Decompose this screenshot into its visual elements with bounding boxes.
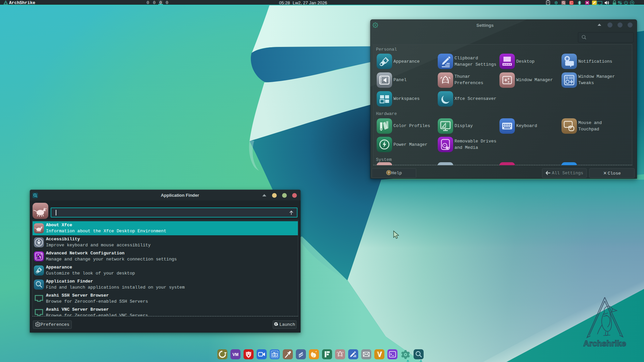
svg-text:?: ? — [388, 171, 390, 175]
svg-text:VM: VM — [232, 352, 238, 357]
svg-text:Archshrike: Archshrike — [583, 339, 626, 348]
